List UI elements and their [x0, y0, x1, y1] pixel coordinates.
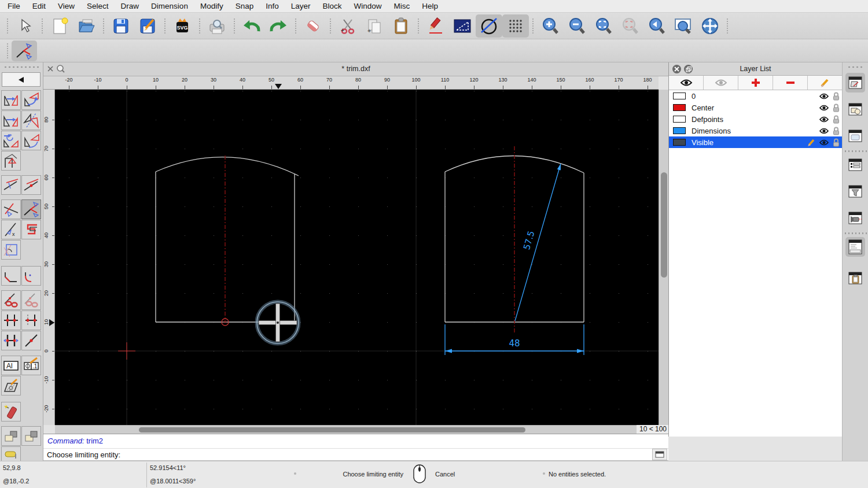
menu-item-modify[interactable]: Modify [200, 2, 223, 10]
horizontal-scrollbar[interactable] [55, 425, 637, 434]
trim-two-tool-icon[interactable] [21, 199, 41, 219]
undo-icon[interactable] [238, 14, 265, 38]
menu-item-window[interactable]: Window [354, 2, 382, 10]
trim-two-active-icon[interactable] [12, 40, 37, 61]
order-bottom-tool-icon[interactable] [21, 426, 41, 446]
stretch-h-tool-icon[interactable] [1, 331, 21, 350]
left-centerline[interactable] [222, 156, 229, 326]
zoom-in-icon[interactable] [537, 14, 564, 38]
block-dock-icon[interactable] [845, 99, 865, 119]
break-tool-icon[interactable] [21, 331, 41, 350]
layer-row-dimensions[interactable]: Dimensions [669, 125, 842, 136]
pen-palette-dock-icon[interactable] [845, 208, 865, 228]
order-top-tool-icon[interactable] [1, 426, 21, 446]
explode-tool-icon[interactable] [1, 402, 21, 422]
paint-roller-tool-icon[interactable] [1, 446, 21, 461]
layer-visibility-icon[interactable] [819, 139, 829, 146]
layer-row-center[interactable]: Center [669, 102, 842, 113]
dimension-edit-tool-icon[interactable]: .1 [21, 356, 41, 375]
vertical-scrollbar-thumb[interactable] [661, 172, 667, 278]
layer-row-defpoints[interactable]: Defpoints [669, 113, 842, 125]
grid-toggle-icon[interactable] [502, 14, 529, 38]
select-pointer-icon[interactable] [12, 14, 38, 38]
layer-lock-icon[interactable] [832, 91, 840, 101]
menu-item-block[interactable]: Block [323, 2, 342, 10]
filter-dock-icon[interactable] [845, 182, 865, 201]
zoom-selected-icon[interactable] [617, 14, 643, 38]
menu-item-view[interactable]: View [58, 2, 75, 10]
cut-tool-icon[interactable] [1, 290, 21, 310]
zoom-previous-icon[interactable] [643, 14, 670, 38]
vertical-scrollbar[interactable] [659, 90, 668, 425]
offset-tool-icon[interactable] [1, 175, 21, 195]
menu-item-layer[interactable]: Layer [291, 2, 311, 10]
horizontal-scrollbar-thumb[interactable] [139, 427, 525, 432]
cut-icon[interactable]: + [334, 14, 361, 38]
layer-lock-icon[interactable] [832, 138, 840, 147]
command-widget-toggle-icon[interactable] [652, 449, 667, 460]
fillet-tool-icon[interactable] [1, 240, 21, 260]
trim-tool-icon[interactable] [1, 199, 21, 219]
layer-edit-icon[interactable] [807, 138, 816, 147]
round-tool-icon[interactable] [21, 266, 41, 286]
rotate-two-tool-icon[interactable] [21, 131, 41, 150]
draft-mode-icon[interactable] [476, 14, 502, 38]
divide-tool-icon[interactable] [21, 175, 41, 195]
layer-visibility-icon[interactable] [819, 104, 829, 112]
command-dock-icon[interactable] [845, 237, 865, 257]
palette-back-button[interactable] [2, 72, 41, 87]
menu-item-edit[interactable]: Edit [32, 2, 46, 10]
menu-item-draw[interactable]: Draw [121, 2, 139, 10]
drawing-canvas[interactable]: 57.5 48 [55, 90, 659, 425]
library-dock-icon[interactable] [845, 126, 865, 146]
attributes-tool-icon[interactable] [1, 151, 21, 171]
layer-visibility-icon[interactable] [819, 93, 829, 100]
menu-item-help[interactable]: Help [422, 2, 438, 10]
layer-lock-icon[interactable] [832, 103, 840, 112]
command-input[interactable] [123, 449, 652, 460]
svg-export-icon[interactable]: SVG [169, 14, 196, 38]
edit-layer-icon[interactable] [808, 76, 842, 90]
zoom-auto-icon[interactable] [590, 14, 617, 38]
menu-item-file[interactable]: File [8, 2, 20, 10]
copy-icon[interactable]: + [361, 14, 388, 38]
menu-item-info[interactable]: Info [266, 2, 279, 10]
layer-row-0[interactable]: 0 [669, 90, 842, 102]
mirror-tool-icon[interactable] [21, 110, 41, 130]
layer-panel-detach-icon[interactable] [684, 65, 693, 73]
add-layer-icon[interactable] [738, 76, 773, 90]
show-all-layers-icon[interactable] [669, 76, 704, 90]
hatch-edit-tool-icon[interactable] [1, 376, 21, 395]
left-shape[interactable] [156, 157, 299, 322]
redo-icon[interactable] [265, 14, 292, 38]
polyline-tool-icon[interactable] [21, 220, 41, 239]
stretch-tool-icon[interactable] [1, 310, 21, 330]
clipboard-dock-icon[interactable] [845, 268, 865, 288]
move-rotate-tool-icon[interactable] [1, 131, 21, 150]
stretch-two-tool-icon[interactable] [21, 310, 41, 330]
pen-edit-icon[interactable] [422, 14, 449, 38]
save-as-icon[interactable] [134, 14, 161, 38]
save-icon[interactable] [108, 14, 134, 38]
menu-item-snap[interactable]: Snap [236, 2, 254, 10]
text-edit-tool-icon[interactable]: Al [1, 356, 21, 375]
open-file-icon[interactable] [73, 14, 100, 38]
scale-tool-icon[interactable] [1, 110, 21, 130]
move-tool-icon[interactable] [1, 90, 21, 110]
layer-row-visible[interactable]: Visible [669, 136, 842, 148]
menu-item-dimension[interactable]: Dimension [151, 2, 188, 10]
delete-eraser-icon[interactable] [300, 14, 326, 38]
bevel-tool-icon[interactable] [1, 266, 21, 286]
hide-all-layers-icon[interactable] [704, 76, 738, 90]
zoom-out-icon[interactable] [564, 14, 590, 38]
entity-list-dock-icon[interactable] [845, 155, 865, 175]
layer-visibility-icon[interactable] [819, 116, 829, 123]
cut-two-tool-icon[interactable] [21, 290, 41, 310]
zoom-window-icon[interactable] [670, 14, 697, 38]
layer-panel-close-icon[interactable] [672, 65, 681, 73]
layer-lock-icon[interactable] [832, 126, 840, 135]
aligned-dimension[interactable]: 57.5 [515, 164, 561, 321]
layer-lock-icon[interactable] [832, 114, 840, 124]
new-document-icon[interactable] [46, 14, 73, 38]
layer-visibility-icon[interactable] [819, 127, 829, 135]
